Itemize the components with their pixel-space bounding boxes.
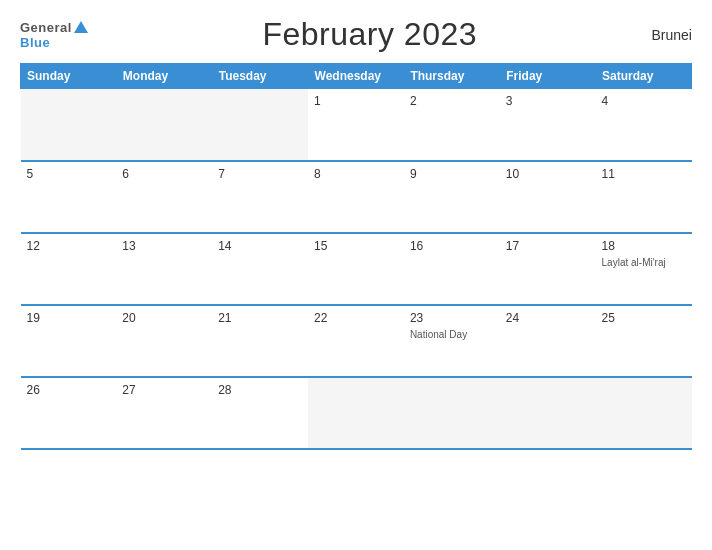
calendar-week-row: 262728 bbox=[21, 377, 692, 449]
calendar-cell: 20 bbox=[116, 305, 212, 377]
day-number: 19 bbox=[27, 311, 111, 325]
weekday-header-row: SundayMondayTuesdayWednesdayThursdayFrid… bbox=[21, 64, 692, 89]
logo-triangle-icon bbox=[74, 21, 88, 33]
calendar-cell: 6 bbox=[116, 161, 212, 233]
month-title: February 2023 bbox=[262, 16, 477, 53]
calendar-cell: 16 bbox=[404, 233, 500, 305]
day-number: 12 bbox=[27, 239, 111, 253]
calendar-cell bbox=[404, 377, 500, 449]
day-number: 14 bbox=[218, 239, 302, 253]
day-number: 21 bbox=[218, 311, 302, 325]
day-number: 11 bbox=[602, 167, 686, 181]
holiday-label: Laylat al-Mi'raj bbox=[602, 257, 666, 268]
weekday-header: Sunday bbox=[21, 64, 117, 89]
calendar-cell: 4 bbox=[596, 89, 692, 161]
calendar-cell: 10 bbox=[500, 161, 596, 233]
calendar-cell: 26 bbox=[21, 377, 117, 449]
calendar-cell bbox=[308, 377, 404, 449]
day-number: 24 bbox=[506, 311, 590, 325]
day-number: 10 bbox=[506, 167, 590, 181]
day-number: 9 bbox=[410, 167, 494, 181]
day-number: 7 bbox=[218, 167, 302, 181]
calendar-cell: 1 bbox=[308, 89, 404, 161]
calendar-week-row: 1920212223National Day2425 bbox=[21, 305, 692, 377]
day-number: 28 bbox=[218, 383, 302, 397]
calendar-cell: 14 bbox=[212, 233, 308, 305]
calendar-cell bbox=[500, 377, 596, 449]
day-number: 26 bbox=[27, 383, 111, 397]
calendar-cell: 27 bbox=[116, 377, 212, 449]
calendar-cell: 23National Day bbox=[404, 305, 500, 377]
calendar-cell: 7 bbox=[212, 161, 308, 233]
day-number: 1 bbox=[314, 94, 398, 108]
calendar-cell: 18Laylat al-Mi'raj bbox=[596, 233, 692, 305]
calendar-cell: 19 bbox=[21, 305, 117, 377]
calendar-cell: 13 bbox=[116, 233, 212, 305]
calendar-cell: 5 bbox=[21, 161, 117, 233]
calendar-cell: 11 bbox=[596, 161, 692, 233]
day-number: 16 bbox=[410, 239, 494, 253]
day-number: 25 bbox=[602, 311, 686, 325]
header: General Blue February 2023 Brunei bbox=[20, 16, 692, 53]
calendar-cell: 21 bbox=[212, 305, 308, 377]
logo: General Blue bbox=[20, 20, 88, 50]
weekday-header: Thursday bbox=[404, 64, 500, 89]
calendar-cell: 8 bbox=[308, 161, 404, 233]
day-number: 18 bbox=[602, 239, 686, 253]
calendar-cell: 9 bbox=[404, 161, 500, 233]
calendar-cell: 22 bbox=[308, 305, 404, 377]
calendar-week-row: 567891011 bbox=[21, 161, 692, 233]
day-number: 4 bbox=[602, 94, 686, 108]
day-number: 23 bbox=[410, 311, 494, 325]
day-number: 8 bbox=[314, 167, 398, 181]
day-number: 20 bbox=[122, 311, 206, 325]
holiday-label: National Day bbox=[410, 329, 467, 340]
day-number: 27 bbox=[122, 383, 206, 397]
logo-general-text: General bbox=[20, 20, 72, 35]
calendar-cell: 28 bbox=[212, 377, 308, 449]
calendar-cell: 17 bbox=[500, 233, 596, 305]
calendar-cell bbox=[596, 377, 692, 449]
day-number: 17 bbox=[506, 239, 590, 253]
logo-blue-text: Blue bbox=[20, 35, 50, 50]
calendar-table: SundayMondayTuesdayWednesdayThursdayFrid… bbox=[20, 63, 692, 450]
calendar-week-row: 12131415161718Laylat al-Mi'raj bbox=[21, 233, 692, 305]
weekday-header: Friday bbox=[500, 64, 596, 89]
weekday-header: Tuesday bbox=[212, 64, 308, 89]
day-number: 13 bbox=[122, 239, 206, 253]
day-number: 3 bbox=[506, 94, 590, 108]
day-number: 15 bbox=[314, 239, 398, 253]
day-number: 22 bbox=[314, 311, 398, 325]
calendar-page: General Blue February 2023 Brunei Sunday… bbox=[0, 0, 712, 550]
calendar-cell: 25 bbox=[596, 305, 692, 377]
calendar-cell: 24 bbox=[500, 305, 596, 377]
weekday-header: Saturday bbox=[596, 64, 692, 89]
weekday-header: Monday bbox=[116, 64, 212, 89]
calendar-cell: 12 bbox=[21, 233, 117, 305]
day-number: 6 bbox=[122, 167, 206, 181]
calendar-cell: 3 bbox=[500, 89, 596, 161]
day-number: 2 bbox=[410, 94, 494, 108]
calendar-cell: 2 bbox=[404, 89, 500, 161]
country-label: Brunei bbox=[652, 27, 692, 43]
calendar-cell: 15 bbox=[308, 233, 404, 305]
weekday-header: Wednesday bbox=[308, 64, 404, 89]
day-number: 5 bbox=[27, 167, 111, 181]
calendar-cell bbox=[21, 89, 117, 161]
calendar-week-row: 1234 bbox=[21, 89, 692, 161]
calendar-cell bbox=[116, 89, 212, 161]
calendar-cell bbox=[212, 89, 308, 161]
